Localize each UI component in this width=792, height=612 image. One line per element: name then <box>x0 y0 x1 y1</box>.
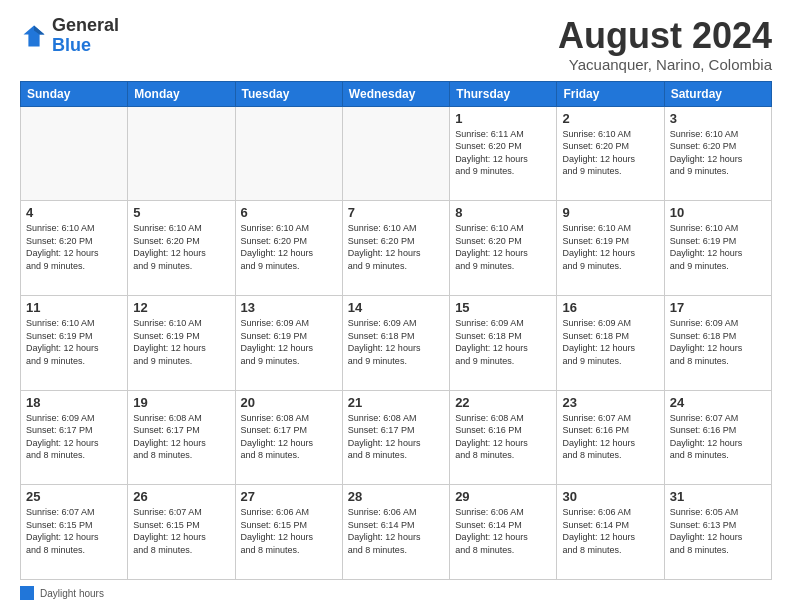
calendar-day-header: Saturday <box>664 81 771 106</box>
calendar-day-header: Tuesday <box>235 81 342 106</box>
calendar-day-cell: 11Sunrise: 6:10 AM Sunset: 6:19 PM Dayli… <box>21 295 128 390</box>
calendar-day-cell: 25Sunrise: 6:07 AM Sunset: 6:15 PM Dayli… <box>21 485 128 580</box>
day-number: 27 <box>241 489 337 504</box>
calendar-day-cell: 30Sunrise: 6:06 AM Sunset: 6:14 PM Dayli… <box>557 485 664 580</box>
day-info: Sunrise: 6:09 AM Sunset: 6:19 PM Dayligh… <box>241 317 337 367</box>
day-number: 11 <box>26 300 122 315</box>
day-number: 1 <box>455 111 551 126</box>
day-number: 13 <box>241 300 337 315</box>
day-info: Sunrise: 6:07 AM Sunset: 6:15 PM Dayligh… <box>26 506 122 556</box>
day-number: 26 <box>133 489 229 504</box>
day-info: Sunrise: 6:09 AM Sunset: 6:17 PM Dayligh… <box>26 412 122 462</box>
day-info: Sunrise: 6:10 AM Sunset: 6:20 PM Dayligh… <box>348 222 444 272</box>
legend-label: Daylight hours <box>40 588 104 599</box>
day-number: 10 <box>670 205 766 220</box>
calendar-day-cell <box>21 106 128 201</box>
day-info: Sunrise: 6:10 AM Sunset: 6:20 PM Dayligh… <box>455 222 551 272</box>
day-number: 5 <box>133 205 229 220</box>
day-info: Sunrise: 6:08 AM Sunset: 6:17 PM Dayligh… <box>133 412 229 462</box>
day-info: Sunrise: 6:08 AM Sunset: 6:17 PM Dayligh… <box>348 412 444 462</box>
calendar-day-cell: 29Sunrise: 6:06 AM Sunset: 6:14 PM Dayli… <box>450 485 557 580</box>
day-info: Sunrise: 6:06 AM Sunset: 6:15 PM Dayligh… <box>241 506 337 556</box>
calendar-day-cell <box>235 106 342 201</box>
logo-general: General <box>52 15 119 35</box>
calendar-day-cell: 12Sunrise: 6:10 AM Sunset: 6:19 PM Dayli… <box>128 295 235 390</box>
day-number: 30 <box>562 489 658 504</box>
day-info: Sunrise: 6:07 AM Sunset: 6:16 PM Dayligh… <box>670 412 766 462</box>
calendar-day-cell: 13Sunrise: 6:09 AM Sunset: 6:19 PM Dayli… <box>235 295 342 390</box>
calendar-day-cell: 28Sunrise: 6:06 AM Sunset: 6:14 PM Dayli… <box>342 485 449 580</box>
day-number: 18 <box>26 395 122 410</box>
day-info: Sunrise: 6:06 AM Sunset: 6:14 PM Dayligh… <box>455 506 551 556</box>
day-number: 15 <box>455 300 551 315</box>
calendar-day-cell: 21Sunrise: 6:08 AM Sunset: 6:17 PM Dayli… <box>342 390 449 485</box>
day-info: Sunrise: 6:08 AM Sunset: 6:16 PM Dayligh… <box>455 412 551 462</box>
day-info: Sunrise: 6:07 AM Sunset: 6:16 PM Dayligh… <box>562 412 658 462</box>
day-info: Sunrise: 6:09 AM Sunset: 6:18 PM Dayligh… <box>455 317 551 367</box>
day-info: Sunrise: 6:10 AM Sunset: 6:20 PM Dayligh… <box>241 222 337 272</box>
logo-blue: Blue <box>52 35 91 55</box>
day-number: 4 <box>26 205 122 220</box>
day-info: Sunrise: 6:10 AM Sunset: 6:19 PM Dayligh… <box>26 317 122 367</box>
logo-text: General Blue <box>52 16 119 56</box>
calendar-day-cell: 17Sunrise: 6:09 AM Sunset: 6:18 PM Dayli… <box>664 295 771 390</box>
day-number: 29 <box>455 489 551 504</box>
day-info: Sunrise: 6:10 AM Sunset: 6:20 PM Dayligh… <box>133 222 229 272</box>
logo: General Blue <box>20 16 119 56</box>
day-info: Sunrise: 6:09 AM Sunset: 6:18 PM Dayligh… <box>348 317 444 367</box>
day-number: 9 <box>562 205 658 220</box>
calendar-day-header: Thursday <box>450 81 557 106</box>
day-number: 19 <box>133 395 229 410</box>
day-info: Sunrise: 6:10 AM Sunset: 6:19 PM Dayligh… <box>670 222 766 272</box>
day-info: Sunrise: 6:10 AM Sunset: 6:20 PM Dayligh… <box>670 128 766 178</box>
day-number: 6 <box>241 205 337 220</box>
title-block: August 2024 Yacuanquer, Narino, Colombia <box>558 16 772 73</box>
day-number: 23 <box>562 395 658 410</box>
day-info: Sunrise: 6:09 AM Sunset: 6:18 PM Dayligh… <box>562 317 658 367</box>
day-number: 17 <box>670 300 766 315</box>
day-info: Sunrise: 6:10 AM Sunset: 6:20 PM Dayligh… <box>562 128 658 178</box>
day-number: 12 <box>133 300 229 315</box>
header: General Blue August 2024 Yacuanquer, Nar… <box>20 16 772 73</box>
calendar-week-row: 1Sunrise: 6:11 AM Sunset: 6:20 PM Daylig… <box>21 106 772 201</box>
day-info: Sunrise: 6:08 AM Sunset: 6:17 PM Dayligh… <box>241 412 337 462</box>
calendar-day-cell: 5Sunrise: 6:10 AM Sunset: 6:20 PM Daylig… <box>128 201 235 296</box>
day-number: 3 <box>670 111 766 126</box>
calendar-day-cell: 24Sunrise: 6:07 AM Sunset: 6:16 PM Dayli… <box>664 390 771 485</box>
day-info: Sunrise: 6:10 AM Sunset: 6:19 PM Dayligh… <box>133 317 229 367</box>
day-info: Sunrise: 6:11 AM Sunset: 6:20 PM Dayligh… <box>455 128 551 178</box>
calendar-day-cell: 9Sunrise: 6:10 AM Sunset: 6:19 PM Daylig… <box>557 201 664 296</box>
calendar-day-cell: 16Sunrise: 6:09 AM Sunset: 6:18 PM Dayli… <box>557 295 664 390</box>
calendar-day-cell: 27Sunrise: 6:06 AM Sunset: 6:15 PM Dayli… <box>235 485 342 580</box>
day-info: Sunrise: 6:10 AM Sunset: 6:19 PM Dayligh… <box>562 222 658 272</box>
calendar-day-cell: 26Sunrise: 6:07 AM Sunset: 6:15 PM Dayli… <box>128 485 235 580</box>
calendar-day-cell: 7Sunrise: 6:10 AM Sunset: 6:20 PM Daylig… <box>342 201 449 296</box>
calendar-week-row: 25Sunrise: 6:07 AM Sunset: 6:15 PM Dayli… <box>21 485 772 580</box>
calendar-day-cell: 1Sunrise: 6:11 AM Sunset: 6:20 PM Daylig… <box>450 106 557 201</box>
day-info: Sunrise: 6:10 AM Sunset: 6:20 PM Dayligh… <box>26 222 122 272</box>
day-info: Sunrise: 6:06 AM Sunset: 6:14 PM Dayligh… <box>348 506 444 556</box>
legend: Daylight hours <box>20 586 772 600</box>
calendar-day-header: Sunday <box>21 81 128 106</box>
calendar-day-cell: 4Sunrise: 6:10 AM Sunset: 6:20 PM Daylig… <box>21 201 128 296</box>
day-info: Sunrise: 6:07 AM Sunset: 6:15 PM Dayligh… <box>133 506 229 556</box>
calendar-day-header: Wednesday <box>342 81 449 106</box>
day-number: 28 <box>348 489 444 504</box>
calendar-day-cell: 8Sunrise: 6:10 AM Sunset: 6:20 PM Daylig… <box>450 201 557 296</box>
calendar-header-row: SundayMondayTuesdayWednesdayThursdayFrid… <box>21 81 772 106</box>
day-number: 22 <box>455 395 551 410</box>
page: General Blue August 2024 Yacuanquer, Nar… <box>0 0 792 612</box>
legend-color-box <box>20 586 34 600</box>
calendar-day-cell: 15Sunrise: 6:09 AM Sunset: 6:18 PM Dayli… <box>450 295 557 390</box>
calendar-week-row: 4Sunrise: 6:10 AM Sunset: 6:20 PM Daylig… <box>21 201 772 296</box>
day-number: 16 <box>562 300 658 315</box>
day-number: 2 <box>562 111 658 126</box>
calendar-day-header: Monday <box>128 81 235 106</box>
day-number: 7 <box>348 205 444 220</box>
calendar-day-cell: 19Sunrise: 6:08 AM Sunset: 6:17 PM Dayli… <box>128 390 235 485</box>
calendar-week-row: 18Sunrise: 6:09 AM Sunset: 6:17 PM Dayli… <box>21 390 772 485</box>
calendar-day-cell: 23Sunrise: 6:07 AM Sunset: 6:16 PM Dayli… <box>557 390 664 485</box>
calendar-table: SundayMondayTuesdayWednesdayThursdayFrid… <box>20 81 772 580</box>
day-info: Sunrise: 6:06 AM Sunset: 6:14 PM Dayligh… <box>562 506 658 556</box>
calendar-day-header: Friday <box>557 81 664 106</box>
